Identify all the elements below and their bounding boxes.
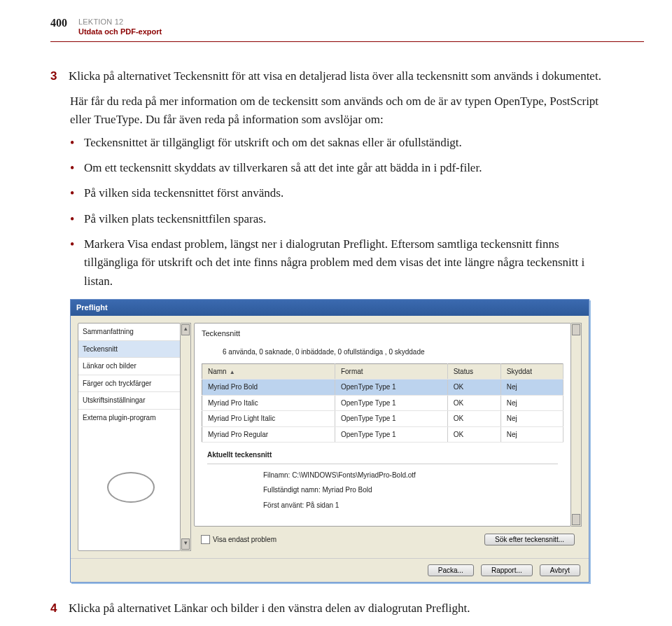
col-protected[interactable]: Skyddat bbox=[500, 363, 563, 380]
report-button[interactable]: Rapport... bbox=[481, 564, 533, 576]
sidebar-item-summary[interactable]: Sammanfattning bbox=[78, 324, 180, 341]
sidebar-item-plugins[interactable]: Externa plugin-program bbox=[78, 410, 180, 426]
preflight-dialog: Preflight Sammanfattning Teckensnitt Län… bbox=[70, 299, 589, 583]
col-status[interactable]: Status bbox=[447, 363, 500, 380]
bullet-item: På vilken plats teckensnittfilen sparas. bbox=[70, 210, 610, 228]
main-scrollbar[interactable] bbox=[571, 323, 582, 527]
detail-filename: C:\WINDOWS\Fonts\MyriadPro-Bold.otf bbox=[292, 471, 416, 479]
body-text: 3Klicka på alternativet Teckensnitt för … bbox=[50, 67, 610, 626]
sidebar-item-colors[interactable]: Färger och tryckfärger bbox=[78, 375, 180, 393]
dialog-titlebar[interactable]: Preflight bbox=[71, 300, 589, 316]
bullet-item: Teckensnittet är tillgängligt för utskri… bbox=[70, 134, 610, 152]
scroll-up-icon[interactable] bbox=[572, 324, 580, 335]
page-number: 400 bbox=[50, 17, 67, 29]
table-row[interactable]: Myriad Pro Regular OpenType Type 1 OK Ne… bbox=[202, 426, 564, 443]
step-number: 3 bbox=[50, 67, 69, 85]
table-row[interactable]: Myriad Pro Light Italic OpenType Type 1 … bbox=[202, 411, 564, 427]
lesson-block: LEKTION 12 Utdata och PDF-export bbox=[78, 17, 162, 37]
detail-filename-label: Filnamn: bbox=[263, 471, 290, 479]
detail-firstused: På sidan 1 bbox=[306, 501, 339, 509]
lesson-title: Utdata och PDF-export bbox=[78, 27, 162, 36]
preflight-dialog-wrapper: Preflight Sammanfattning Teckensnitt Län… bbox=[70, 299, 610, 583]
step-3-text-2: Här får du reda på mer information om de… bbox=[70, 92, 610, 130]
table-row[interactable]: Myriad Pro Italic OpenType Type 1 OK Nej bbox=[202, 395, 564, 411]
detail-firstused-label: Först använt: bbox=[263, 501, 304, 509]
font-table: Namn▲ Format Status Skyddat Myriad Pro B… bbox=[202, 363, 564, 443]
checkbox-icon[interactable] bbox=[201, 535, 210, 544]
show-problems-checkbox[interactable]: Visa endast problem bbox=[201, 534, 276, 545]
step-3: 3Klicka på alternativet Teckensnitt för … bbox=[50, 67, 610, 85]
scroll-down-icon[interactable]: ▾ bbox=[181, 538, 190, 550]
sidebar-item-print-settings[interactable]: Utskriftsinställningar bbox=[78, 392, 180, 410]
header-rule bbox=[50, 41, 644, 42]
show-problems-label: Visa endast problem bbox=[213, 534, 276, 545]
dialog-button-row: Packa... Rapport... Avbryt bbox=[71, 558, 589, 582]
step-4-text: Klicka på alternativet Länkar och bilder… bbox=[69, 601, 470, 615]
scroll-up-icon[interactable]: ▴ bbox=[181, 324, 190, 335]
bullet-item: Om ett teckensnitt skyddats av tillverka… bbox=[70, 159, 610, 177]
bullet-list: Teckensnittet är tillgängligt för utskri… bbox=[50, 134, 610, 291]
bullet-item: Markera Visa endast problem, längst ner … bbox=[70, 235, 610, 291]
panel-footer: Visa endast problem Sök efter teckensnit… bbox=[194, 531, 582, 551]
step-3-text-1: Klicka på alternativet Teckensnitt för a… bbox=[69, 69, 601, 83]
font-summary: 6 använda, 0 saknade, 0 inbäddade, 0 ofu… bbox=[223, 347, 564, 358]
dialog-main-panel: Teckensnitt 6 använda, 0 saknade, 0 inbä… bbox=[194, 323, 571, 527]
search-font-button[interactable]: Sök efter teckensnitt... bbox=[484, 534, 575, 545]
panel-heading: Teckensnitt bbox=[202, 328, 564, 340]
table-row[interactable]: Myriad Pro Bold OpenType Type 1 OK Nej bbox=[202, 380, 564, 396]
bullet-item: På vilken sida teckensnittet först använ… bbox=[70, 184, 610, 202]
sort-icon: ▲ bbox=[230, 368, 235, 377]
current-font-detail: Aktuellt teckensnitt Filnamn: C:\WINDOWS… bbox=[202, 445, 564, 519]
col-name[interactable]: Namn▲ bbox=[202, 363, 335, 380]
detail-heading: Aktuellt teckensnitt bbox=[207, 450, 558, 464]
package-button[interactable]: Packa... bbox=[428, 564, 474, 576]
sidebar-item-fonts[interactable]: Teckensnitt bbox=[78, 341, 180, 359]
scroll-down-icon[interactable] bbox=[572, 514, 580, 525]
col-format[interactable]: Format bbox=[335, 363, 447, 380]
step-4: 4Klicka på alternativet Länkar och bilde… bbox=[50, 599, 610, 618]
detail-fullname: Myriad Pro Bold bbox=[323, 486, 372, 494]
lesson-number: LEKTION 12 bbox=[78, 17, 162, 27]
detail-fullname-label: Fullständigt namn: bbox=[263, 486, 321, 494]
dialog-sidebar: Sammanfattning Teckensnitt Länkar och bi… bbox=[78, 323, 181, 551]
cancel-button[interactable]: Avbryt bbox=[540, 564, 580, 576]
step-number: 4 bbox=[50, 599, 69, 618]
page-header: 400 LEKTION 12 Utdata och PDF-export bbox=[50, 17, 644, 37]
sidebar-scrollbar[interactable]: ▴ ▾ bbox=[181, 323, 191, 551]
sidebar-item-links-images[interactable]: Länkar och bilder bbox=[78, 358, 180, 375]
